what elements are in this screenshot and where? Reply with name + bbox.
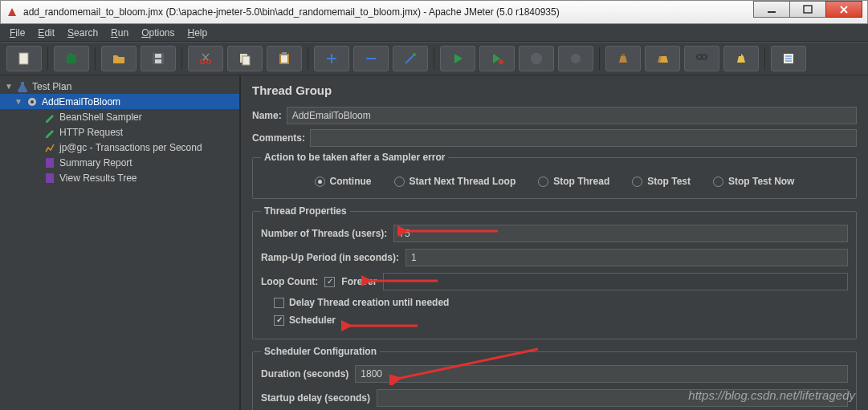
svg-rect-3 — [67, 55, 76, 63]
tool-templates[interactable] — [54, 46, 89, 71]
tool-paste[interactable] — [267, 46, 302, 71]
scheduler-config-legend: Scheduler Configuration — [261, 346, 380, 357]
svg-rect-7 — [155, 59, 161, 63]
threads-label: Number of Threads (users): — [261, 228, 387, 239]
svg-rect-1 — [804, 6, 812, 13]
sampler-error-fieldset: Action to be taken after a Sampler error… — [252, 152, 857, 199]
svg-rect-11 — [242, 56, 250, 65]
svg-point-19 — [697, 55, 702, 59]
doc-icon — [43, 156, 56, 169]
tool-function-helper[interactable] — [771, 46, 806, 71]
radio-icon — [713, 177, 723, 187]
radio-continue[interactable]: Continue — [315, 176, 372, 187]
radio-start-next[interactable]: Start Next Thread Loop — [394, 176, 516, 187]
window-close-button[interactable] — [825, 1, 862, 18]
tool-open[interactable] — [101, 46, 137, 71]
threads-input[interactable] — [393, 225, 848, 242]
menubar: File Edit Search Run Options Help — [0, 24, 868, 42]
svg-rect-18 — [621, 54, 625, 56]
tree-row-beanshell[interactable]: BeanShell Sampler — [0, 109, 239, 124]
startup-delay-label: Startup delay (seconds) — [261, 392, 370, 404]
tree-row-test-plan[interactable]: ▼ Test Plan — [0, 79, 239, 94]
radio-stop-thread[interactable]: Stop Thread — [538, 176, 609, 187]
window-titlebar: add_randomemail_to_bloom.jmx (D:\apache-… — [0, 0, 868, 24]
tree-label: Test Plan — [32, 81, 71, 92]
svg-rect-6 — [155, 54, 161, 58]
tool-copy[interactable] — [227, 46, 263, 71]
svg-rect-4 — [68, 53, 72, 55]
comments-label: Comments: — [252, 132, 305, 144]
tool-save[interactable] — [141, 46, 176, 71]
window-minimize-button[interactable] — [753, 1, 790, 18]
tool-stop[interactable] — [519, 46, 554, 71]
menu-help[interactable]: Help — [181, 26, 214, 40]
tool-collapse[interactable] — [353, 46, 389, 71]
svg-rect-0 — [768, 11, 776, 13]
flask-icon — [16, 80, 29, 93]
rampup-input[interactable] — [405, 249, 848, 266]
svg-rect-2 — [19, 53, 28, 64]
scheduler-checkbox[interactable] — [274, 315, 284, 326]
gear-icon — [26, 95, 39, 108]
menu-file[interactable]: File — [3, 26, 31, 40]
radio-stop-test-now[interactable]: Stop Test Now — [713, 176, 794, 187]
svg-rect-25 — [46, 173, 54, 183]
tool-expand[interactable] — [314, 46, 349, 71]
delay-label: Delay Thread creation until needed — [289, 297, 449, 308]
window-title: add_randomemail_to_bloom.jmx (D:\apache-… — [23, 6, 754, 18]
sampler-error-legend: Action to be taken after a Sampler error — [261, 152, 448, 163]
radio-icon — [632, 177, 642, 187]
svg-point-15 — [413, 53, 416, 56]
tool-clear[interactable] — [605, 46, 641, 71]
tree-row-thread-group[interactable]: ▼ AddEmailToBloom — [0, 94, 239, 109]
tool-search[interactable] — [684, 46, 719, 71]
tree-label: jp@gc - Transactions per Second — [59, 142, 202, 153]
watermark: https://blog.csdn.net/lifetragedy — [688, 388, 855, 402]
svg-rect-13 — [281, 55, 287, 63]
tool-shutdown[interactable] — [558, 46, 593, 71]
tree-expand-icon[interactable]: ▼ — [14, 97, 22, 106]
test-plan-tree[interactable]: ▼ Test Plan ▼ AddEmailToBloom BeanShell … — [0, 75, 241, 410]
tool-reset-search[interactable] — [723, 46, 759, 71]
config-panel: Thread Group Name: Comments: Action to b… — [241, 75, 868, 410]
tree-row-results-tree[interactable]: View Results Tree — [0, 170, 239, 185]
menu-search[interactable]: Search — [61, 26, 104, 40]
radio-icon — [394, 177, 405, 187]
radio-icon — [538, 177, 548, 187]
tool-cut[interactable] — [188, 46, 223, 71]
tool-start[interactable] — [440, 46, 475, 71]
radio-stop-test[interactable]: Stop Test — [632, 176, 691, 187]
pen-icon — [43, 111, 56, 124]
name-input[interactable] — [287, 107, 857, 124]
menu-run[interactable]: Run — [104, 26, 135, 40]
loop-count-input[interactable] — [383, 273, 848, 290]
name-label: Name: — [252, 110, 282, 121]
scheduler-label: Scheduler — [289, 315, 336, 326]
tool-start-no-timers[interactable] — [479, 46, 515, 71]
comments-input[interactable] — [310, 129, 857, 147]
svg-rect-24 — [46, 158, 54, 168]
menu-options[interactable]: Options — [135, 26, 181, 40]
svg-point-17 — [571, 54, 581, 63]
duration-input[interactable] — [355, 365, 848, 383]
tree-row-http-request[interactable]: HTTP Request — [0, 124, 239, 140]
window-maximize-button[interactable] — [789, 1, 826, 18]
tree-label: BeanShell Sampler — [59, 112, 142, 123]
tree-label: AddEmailToBloom — [42, 96, 120, 108]
tree-row-summary[interactable]: Summary Report — [0, 155, 239, 170]
pen-icon — [43, 126, 56, 139]
menu-edit[interactable]: Edit — [31, 26, 61, 40]
tree-expand-icon[interactable]: ▼ — [5, 82, 13, 91]
svg-point-23 — [31, 100, 34, 104]
graph-icon — [43, 141, 56, 154]
tree-label: View Results Tree — [59, 173, 137, 184]
thread-properties-fieldset: Thread Properties Number of Threads (use… — [252, 205, 857, 339]
forever-checkbox[interactable] — [324, 277, 335, 287]
radio-icon — [315, 177, 325, 187]
doc-icon — [43, 172, 56, 185]
delay-checkbox[interactable] — [274, 298, 284, 308]
tool-toggle[interactable] — [393, 46, 428, 71]
tree-row-tps[interactable]: jp@gc - Transactions per Second — [0, 140, 239, 155]
tool-new[interactable] — [6, 46, 42, 71]
tool-clear-all[interactable] — [645, 46, 680, 71]
